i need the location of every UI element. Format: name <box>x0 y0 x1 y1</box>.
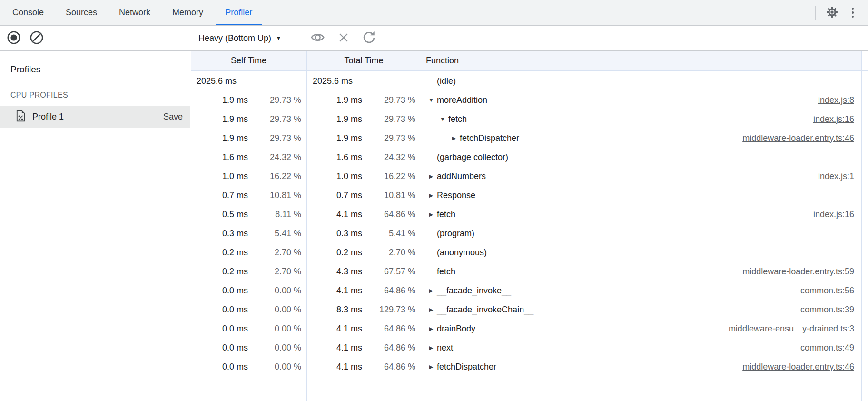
clear-profiles-button[interactable] <box>30 31 44 45</box>
source-link[interactable]: common.ts:39 <box>800 305 862 315</box>
time-value: 1.9 ms <box>313 95 362 105</box>
table-row[interactable]: 1.9 ms29.73 %1.9 ms29.73 %▼fetchindex.js… <box>191 110 868 129</box>
source-link[interactable]: middleware-loader.entry.ts:59 <box>742 267 862 277</box>
percent-value: 10.81 % <box>248 190 301 200</box>
column-header-self-time[interactable]: Self Time <box>191 51 307 70</box>
profile-name: Profile 1 <box>32 112 64 122</box>
source-link[interactable]: middleware-ensu…y-drained.ts:3 <box>729 324 862 334</box>
function-name: (program) <box>437 229 474 239</box>
table-row[interactable]: 2025.6 ms2025.6 ms(idle) <box>191 71 868 90</box>
save-profile-link[interactable]: Save <box>163 112 183 122</box>
total-time-cell: 2025.6 ms <box>307 71 421 90</box>
percent-value: 64.86 % <box>362 210 415 220</box>
grid-header: Self Time Total Time Function <box>191 51 868 71</box>
percent-value: 16.22 % <box>362 171 415 181</box>
function-name: drainBody <box>437 324 475 334</box>
view-mode-dropdown[interactable]: Heavy (Bottom Up) ▼ <box>198 33 281 43</box>
expand-arrow-icon[interactable]: ▶ <box>425 326 437 332</box>
focus-function-button[interactable] <box>311 31 325 45</box>
time-value: 1.9 ms <box>197 133 248 143</box>
function-cell: ▼fetchindex.js:16 <box>421 110 862 129</box>
source-link[interactable]: index.js:16 <box>813 210 862 220</box>
collapse-arrow-icon[interactable]: ▼ <box>437 116 448 122</box>
table-row[interactable]: 0.2 ms2.70 %0.2 ms2.70 %(anonymous) <box>191 243 868 262</box>
total-time-cell: 1.9 ms29.73 % <box>307 90 421 110</box>
expand-arrow-icon[interactable]: ▶ <box>425 192 437 199</box>
percent-value: 0.00 % <box>248 324 301 334</box>
column-header-function[interactable]: Function <box>421 51 862 70</box>
tab-console[interactable]: Console <box>3 0 53 25</box>
table-row[interactable]: 0.0 ms0.00 %4.1 ms64.86 %▶drainBodymiddl… <box>191 319 868 338</box>
table-row[interactable]: 1.6 ms24.32 %1.6 ms24.32 %(garbage colle… <box>191 148 868 167</box>
expand-arrow-icon[interactable]: ▶ <box>425 288 437 294</box>
expand-arrow-icon[interactable]: ▶ <box>425 173 437 180</box>
percent-value: 5.41 % <box>362 229 415 239</box>
table-row[interactable]: 0.2 ms2.70 %4.3 ms67.57 %fetchmiddleware… <box>191 262 868 281</box>
source-link[interactable]: common.ts:56 <box>800 286 862 296</box>
exclude-function-button[interactable] <box>336 31 351 45</box>
source-link[interactable]: common.ts:49 <box>800 343 862 353</box>
function-cell: (idle) <box>421 71 862 90</box>
time-value: 8.3 ms <box>313 305 362 315</box>
source-link[interactable]: index.js:16 <box>813 114 862 124</box>
table-row[interactable]: 0.3 ms5.41 %0.3 ms5.41 %(program) <box>191 224 868 243</box>
percent-value: 5.41 % <box>248 229 301 239</box>
expand-arrow-icon[interactable]: ▶ <box>425 307 437 313</box>
time-value: 1.9 ms <box>313 114 362 124</box>
table-row[interactable]: 1.0 ms16.22 %1.0 ms16.22 %▶addNumbersind… <box>191 167 868 186</box>
chevron-down-icon: ▼ <box>276 35 281 41</box>
expand-arrow-icon[interactable]: ▶ <box>425 345 437 351</box>
self-time-cell: 1.9 ms29.73 % <box>191 129 307 148</box>
source-link[interactable]: index.js:1 <box>818 171 862 181</box>
profile-list-item[interactable]: Profile 1 Save <box>0 106 190 128</box>
table-row[interactable]: 1.9 ms29.73 %1.9 ms29.73 %▼moreAdditioni… <box>191 90 868 110</box>
time-value: 0.0 ms <box>197 324 248 334</box>
table-row[interactable]: 0.0 ms0.00 %4.1 ms64.86 %▶nextcommon.ts:… <box>191 338 868 357</box>
view-mode-label: Heavy (Bottom Up) <box>198 33 271 43</box>
record-button[interactable] <box>7 31 21 45</box>
source-link[interactable]: index.js:8 <box>818 95 862 105</box>
table-row[interactable]: 0.5 ms8.11 %4.1 ms64.86 %▶fetchindex.js:… <box>191 205 868 224</box>
expand-arrow-icon[interactable]: ▶ <box>448 135 460 141</box>
tab-memory[interactable]: Memory <box>163 0 213 25</box>
tab-network[interactable]: Network <box>109 0 160 25</box>
tab-sources[interactable]: Sources <box>56 0 107 25</box>
total-time-cell: 4.3 ms67.57 % <box>307 262 421 281</box>
percent-value: 29.73 % <box>248 133 301 143</box>
table-row[interactable]: 0.0 ms0.00 %4.1 ms64.86 %▶__facade_invok… <box>191 281 868 300</box>
time-value: 0.7 ms <box>197 190 248 200</box>
tab-profiler[interactable]: Profiler <box>216 0 262 25</box>
more-options-button[interactable] <box>842 2 863 23</box>
function-cell: ▶fetchindex.js:16 <box>421 205 862 224</box>
source-link[interactable]: middleware-loader.entry.ts:46 <box>742 362 862 372</box>
percent-value: 16.22 % <box>248 171 301 181</box>
source-link[interactable]: middleware-loader.entry.ts:46 <box>742 133 862 143</box>
table-row[interactable]: 0.7 ms10.81 %0.7 ms10.81 %▶Response <box>191 186 868 205</box>
table-row[interactable]: 0.0 ms0.00 %8.3 ms129.73 %▶__facade_invo… <box>191 300 868 319</box>
function-cell: ▶Response <box>421 186 862 205</box>
collapse-arrow-icon[interactable]: ▼ <box>425 97 437 103</box>
percent-value: 24.32 % <box>248 152 301 162</box>
table-row[interactable]: 0.0 ms0.00 %4.1 ms64.86 %▶fetchDispatche… <box>191 357 868 376</box>
restore-functions-button[interactable] <box>362 31 376 45</box>
percent-value: 24.32 % <box>362 152 415 162</box>
percent-value: 0.00 % <box>248 362 301 372</box>
devtools-profiler-panel: ConsoleSourcesNetworkMemoryProfiler <box>0 0 868 401</box>
function-name: (idle) <box>437 76 456 86</box>
column-header-total-time[interactable]: Total Time <box>307 51 421 70</box>
profiles-toolbar <box>0 26 190 50</box>
self-time-cell: 0.3 ms5.41 % <box>191 224 307 243</box>
expand-arrow-icon[interactable]: ▶ <box>425 211 437 218</box>
table-row[interactable]: 1.9 ms29.73 %1.9 ms29.73 %▶fetchDispatch… <box>191 129 868 148</box>
expand-arrow-icon[interactable]: ▶ <box>425 364 437 370</box>
profile-data-grid: Self Time Total Time Function 2025.6 ms2… <box>191 51 868 401</box>
settings-button[interactable] <box>821 2 842 23</box>
function-name: __facade_invoke__ <box>437 286 511 296</box>
function-name: next <box>437 343 453 353</box>
total-time-cell: 4.1 ms64.86 % <box>307 357 421 376</box>
function-cell: fetchmiddleware-loader.entry.ts:59 <box>421 262 862 281</box>
function-cell: (program) <box>421 224 862 243</box>
percent-value: 29.73 % <box>362 133 415 143</box>
time-value: 4.1 ms <box>313 286 362 296</box>
block-icon <box>30 30 44 46</box>
